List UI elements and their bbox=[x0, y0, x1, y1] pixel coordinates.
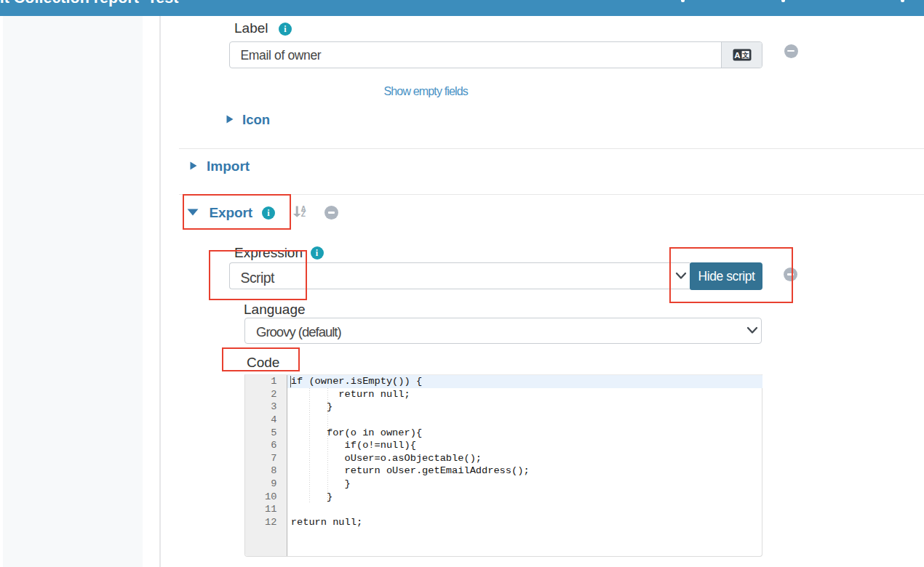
svg-text:A: A bbox=[734, 51, 740, 60]
svg-text:文: 文 bbox=[741, 51, 749, 58]
svg-text:Z: Z bbox=[301, 210, 306, 218]
